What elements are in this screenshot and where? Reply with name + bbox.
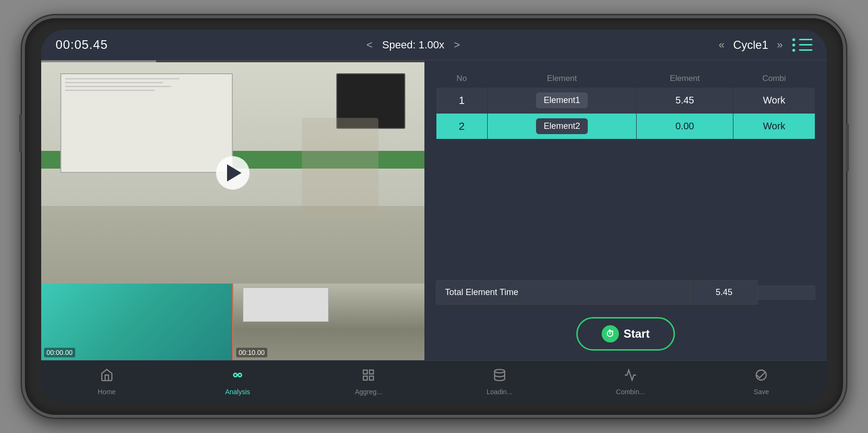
- home-icon: [100, 368, 114, 385]
- nav-aggregate-label: Aggreg...: [355, 388, 382, 396]
- start-button-wrap: ⏱ Start: [436, 317, 815, 351]
- thumbnail-2-timestamp: 00:10.00: [236, 348, 267, 357]
- main-content: 00:00.00 00:10.00: [41, 60, 827, 360]
- video-floor: [41, 206, 424, 284]
- nav-save[interactable]: Save: [696, 368, 827, 396]
- nav-combine[interactable]: Combin...: [565, 368, 696, 396]
- chart-icon: [624, 368, 637, 385]
- thumbnail-1[interactable]: 00:00.00: [41, 284, 232, 360]
- spacer: [436, 147, 815, 268]
- svg-point-7: [756, 370, 766, 380]
- row2-combi: Work: [733, 114, 815, 139]
- nav-home[interactable]: Home: [41, 368, 172, 396]
- element1-badge: Element1: [536, 92, 588, 108]
- top-bar: 00:05.45 < Speed: 1.00x > « Cycle1 »: [41, 30, 827, 60]
- play-icon: [227, 164, 241, 182]
- video-whiteboard: [60, 73, 233, 173]
- nav-loading-label: Loadin...: [487, 388, 513, 396]
- analysis-icon: [231, 368, 244, 385]
- col-element-time: Element: [637, 70, 733, 88]
- svg-rect-5: [370, 376, 374, 380]
- cycle-next-button[interactable]: »: [777, 39, 783, 51]
- device-frame: 00:05.45 < Speed: 1.00x > « Cycle1 »: [22, 15, 846, 418]
- nav-combine-label: Combin...: [616, 388, 645, 396]
- row1-element[interactable]: Element1: [487, 88, 636, 114]
- total-row: Total Element Time 5.45: [436, 280, 815, 305]
- save-icon: [754, 368, 768, 385]
- svg-point-1: [238, 374, 241, 377]
- nav-analysis-label: Analysis: [225, 388, 250, 396]
- element2-badge: Element2: [536, 118, 588, 134]
- row2-value: 0.00: [637, 114, 733, 139]
- speed-control: < Speed: 1.00x >: [366, 39, 460, 51]
- menu-button[interactable]: [792, 38, 812, 52]
- row2-element[interactable]: Element2: [487, 114, 636, 139]
- row1-value: 5.45: [637, 88, 733, 114]
- nav-save-label: Save: [754, 388, 769, 396]
- speed-prev-button[interactable]: <: [366, 39, 373, 51]
- nav-aggregate[interactable]: Aggreg...: [303, 368, 434, 396]
- grid-icon: [362, 368, 375, 385]
- bottom-nav: Home Analysis: [41, 360, 827, 403]
- row1-no: 1: [436, 88, 488, 114]
- table-header: No Element Element Combi: [436, 70, 815, 88]
- play-button[interactable]: [216, 156, 250, 190]
- svg-rect-4: [364, 376, 367, 380]
- video-thumbnails: 00:00.00 00:10.00: [41, 284, 424, 360]
- svg-point-6: [494, 369, 504, 373]
- start-icon: ⏱: [602, 325, 619, 342]
- nav-analysis[interactable]: Analysis: [172, 368, 303, 396]
- col-no: No: [436, 70, 488, 88]
- thumbnail-1-timestamp: 00:00.00: [44, 348, 75, 357]
- video-panel: 00:00.00 00:10.00: [41, 60, 424, 360]
- database-icon: [493, 368, 506, 385]
- clock-icon: ⏱: [606, 329, 615, 339]
- svg-rect-2: [364, 370, 367, 374]
- total-value: 5.45: [691, 280, 758, 305]
- video-person: [302, 118, 378, 217]
- cycle-prev-button[interactable]: «: [719, 39, 724, 51]
- total-empty: [758, 285, 815, 300]
- cycle-nav: « Cycle1 »: [719, 38, 783, 52]
- total-label: Total Element Time: [436, 280, 691, 305]
- cycle-name-label: Cycle1: [733, 38, 768, 52]
- timestamp-display: 00:05.45: [56, 37, 108, 52]
- start-label: Start: [624, 327, 650, 341]
- col-element-name: Element: [487, 70, 636, 88]
- video-main[interactable]: [41, 62, 424, 284]
- col-combi: Combi: [733, 70, 815, 88]
- cycle-control: « Cycle1 »: [719, 38, 812, 52]
- svg-point-0: [234, 374, 237, 377]
- screen: 00:05.45 < Speed: 1.00x > « Cycle1 »: [41, 30, 827, 403]
- table-row-1[interactable]: 1 Element1 5.45 Work: [436, 88, 815, 114]
- table-row-2[interactable]: 2 Element2 0.00 Work: [436, 114, 815, 139]
- svg-rect-3: [370, 370, 374, 374]
- row1-combi: Work: [733, 88, 815, 114]
- element-table: No Element Element Combi 1 Element1: [436, 70, 815, 139]
- nav-loading[interactable]: Loadin...: [434, 368, 565, 396]
- nav-home-label: Home: [98, 388, 115, 396]
- start-button[interactable]: ⏱ Start: [576, 317, 675, 351]
- row2-no: 2: [436, 114, 488, 139]
- speed-next-button[interactable]: >: [454, 39, 460, 51]
- thumbnail-2[interactable]: 00:10.00: [232, 284, 424, 360]
- speed-label: Speed: 1.00x: [382, 39, 445, 51]
- analysis-panel: No Element Element Combi 1 Element1: [424, 60, 827, 360]
